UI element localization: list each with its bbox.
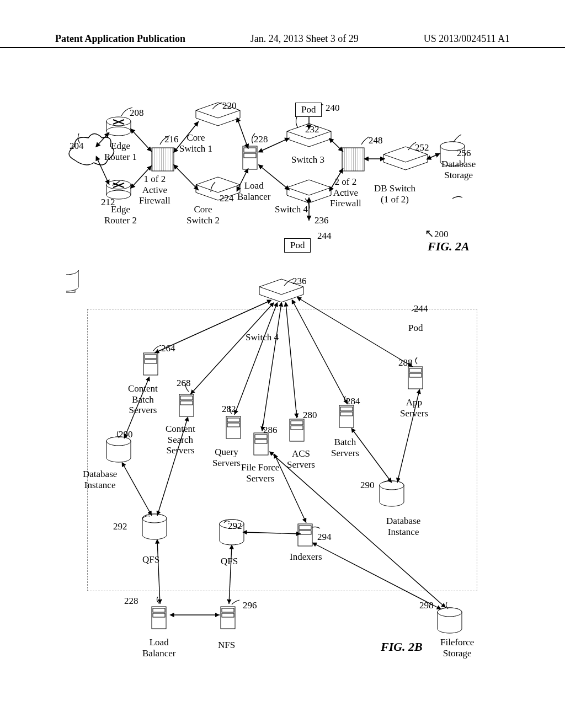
pod-lbl: Pod — [408, 323, 423, 334]
ref-204: 204 — [70, 141, 84, 152]
ref-288: 288 — [398, 357, 413, 368]
svg-line-43 — [229, 546, 232, 604]
ref-208: 208 — [130, 108, 144, 119]
svg-line-37 — [292, 301, 348, 404]
svg-line-35 — [262, 303, 281, 431]
ref-284: 284 — [346, 396, 360, 407]
svg-line-40 — [122, 463, 152, 516]
nfs: NFS — [218, 640, 235, 651]
ref-264: 264 — [161, 343, 175, 354]
bs: Batch Servers — [331, 437, 359, 458]
cbs: Content Batch Servers — [128, 383, 158, 416]
ref-224: 224 — [220, 193, 234, 204]
lb-a: Load Balancer — [237, 180, 270, 202]
hdr-mid: Jan. 24, 2013 Sheet 3 of 29 — [250, 33, 359, 45]
ref-236: 236 — [315, 215, 329, 226]
core1: Core Switch 1 — [179, 132, 212, 154]
acs: ACS Servers — [287, 448, 315, 470]
ref-228b: 228 — [124, 596, 138, 607]
ref-244: 244 — [317, 231, 332, 242]
ref-290b: 290 — [360, 480, 375, 491]
svg-rect-8 — [342, 148, 364, 171]
aps: App Servers — [400, 397, 428, 419]
svg-line-47 — [313, 543, 441, 609]
ref-252: 252 — [415, 142, 429, 153]
svg-rect-4 — [152, 148, 174, 171]
ref-240: 240 — [326, 103, 340, 114]
dbs: DB Switch (1 of 2) — [374, 183, 415, 205]
fig2b-title: FIG. 2B — [381, 640, 423, 654]
dbst: Database Storage — [441, 159, 476, 180]
ref-228: 228 — [254, 134, 268, 145]
ref-236b: 236 — [292, 276, 307, 287]
fw1: 1 of 2 Active Firewall — [139, 174, 170, 206]
dbi1: Database Instance — [83, 469, 117, 490]
fig2a-title: FIG. 2A — [428, 239, 470, 254]
ref-268: 268 — [177, 378, 191, 389]
svg-rect-6 — [244, 148, 256, 152]
pod1: Pod — [295, 103, 322, 117]
ref-280: 280 — [303, 410, 317, 421]
sw4b: Switch 4 — [246, 332, 279, 343]
svg-line-38 — [298, 298, 413, 367]
ffs: File Force Servers — [241, 462, 279, 484]
fw2: 2 of 2 Active Firewall — [330, 176, 361, 209]
svg-line-36 — [286, 303, 297, 418]
ref-298: 298 — [419, 600, 434, 611]
ref-292b: 292 — [228, 521, 242, 532]
ref-232: 232 — [305, 124, 319, 135]
page-header: Patent Application Publication Jan. 24, … — [0, 33, 565, 48]
ref-216: 216 — [164, 134, 179, 145]
hdr-right: US 2013/0024511 A1 — [424, 33, 510, 45]
edge2: Edge Router 2 — [104, 204, 137, 226]
svg-line-42 — [157, 540, 160, 604]
ref-220: 220 — [222, 100, 237, 111]
core2: Core Switch 2 — [186, 204, 220, 226]
ref-290a: 290 — [119, 429, 133, 440]
svg-point-1 — [106, 127, 131, 136]
ref-282: 282 — [222, 404, 236, 415]
ref-292a: 292 — [113, 521, 127, 532]
qfs1: QFS — [142, 554, 159, 565]
idx: Indexers — [290, 552, 322, 563]
ref-248: 248 — [369, 135, 383, 146]
ref-244b: 244 — [414, 303, 428, 314]
fig2b-svg — [66, 270, 502, 667]
ffst: Fileforce Storage — [440, 637, 474, 659]
svg-rect-7 — [244, 153, 256, 158]
ref-200: ↖200 — [425, 227, 449, 240]
sw3: Switch 3 — [291, 154, 324, 165]
css: Content Search Servers — [166, 424, 195, 456]
svg-line-17 — [237, 119, 248, 149]
dbi2: Database Instance — [386, 516, 420, 537]
ref-286: 286 — [263, 425, 278, 436]
svg-line-34 — [234, 303, 277, 415]
lb-b: Load Balancer — [142, 637, 175, 659]
ref-294: 294 — [317, 532, 332, 543]
ref-296: 296 — [243, 600, 257, 611]
svg-line-16 — [174, 165, 199, 190]
svg-line-24 — [428, 153, 440, 159]
pod2: Pod — [284, 238, 311, 253]
qs: Query Servers — [212, 447, 241, 468]
hdr-left: Patent Application Publication — [55, 33, 185, 45]
edge1: Edge Router 1 — [104, 141, 137, 162]
svg-line-21 — [330, 139, 343, 152]
sw4: Switch 4 — [275, 204, 308, 215]
ref-256: 256 — [457, 148, 471, 159]
qfs2: QFS — [221, 556, 238, 567]
svg-line-33 — [190, 303, 273, 394]
svg-line-45 — [244, 532, 301, 534]
